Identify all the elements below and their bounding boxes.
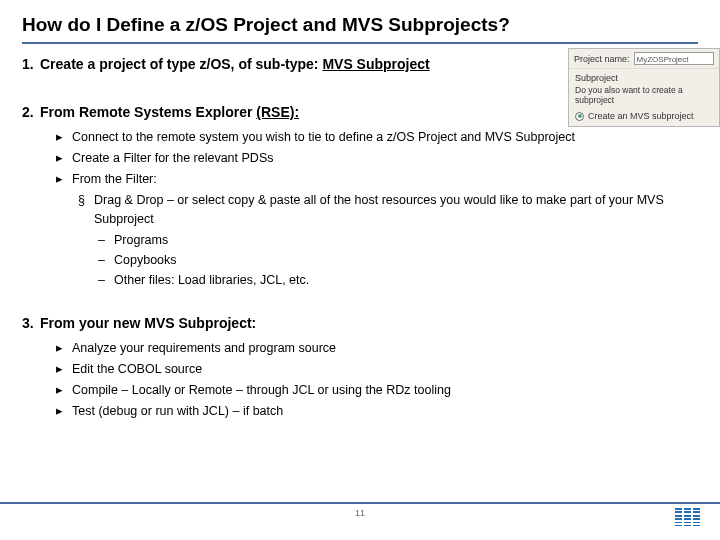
- triangle-icon: ▸: [56, 339, 72, 357]
- subproject-group-label: Subproject: [569, 69, 719, 85]
- create-mvs-radio[interactable]: Create an MVS subproject: [569, 109, 719, 126]
- create-mvs-radio-label: Create an MVS subproject: [588, 111, 694, 121]
- triangle-icon: ▸: [56, 128, 72, 146]
- project-name-label: Project name:: [574, 54, 630, 64]
- step-1-underline: MVS Subproject: [322, 56, 429, 72]
- step-2-sub-bullets: §Drag & Drop – or select copy & paste al…: [78, 191, 698, 227]
- step-3-number: 3.: [22, 315, 40, 331]
- triangle-icon: ▸: [56, 170, 72, 188]
- triangle-icon: ▸: [56, 149, 72, 167]
- step-2-text: From Remote Systems Explorer: [40, 104, 256, 120]
- list-item: –Copybooks: [98, 251, 698, 269]
- step-2-number: 2.: [22, 104, 40, 120]
- dialog-preview: Project name: MyZOSProject Subproject Do…: [568, 48, 720, 127]
- list-item: ▸Edit the COBOL source: [56, 360, 698, 378]
- step-3-bullets: ▸Analyze your requirements and program s…: [56, 339, 698, 421]
- step-3-text: From your new MVS Subproject:: [40, 315, 698, 331]
- step-2-bullets: ▸Connect to the remote system you wish t…: [56, 128, 698, 188]
- list-item: ▸From the Filter:: [56, 170, 698, 188]
- triangle-icon: ▸: [56, 360, 72, 378]
- radio-dot-icon: [575, 112, 584, 121]
- list-item: ▸Compile – Locally or Remote – through J…: [56, 381, 698, 399]
- step-1-text: Create a project of type z/OS, of sub-ty…: [40, 56, 322, 72]
- ibm-logo: [675, 508, 700, 526]
- triangle-icon: ▸: [56, 402, 72, 420]
- dash-icon: –: [98, 251, 114, 269]
- list-item: ▸Test (debug or run with JCL) – if batch: [56, 402, 698, 420]
- list-item: –Programs: [98, 231, 698, 249]
- list-item: –Other files: Load libraries, JCL, etc.: [98, 271, 698, 289]
- step-2-subsub-bullets: –Programs –Copybooks –Other files: Load …: [98, 231, 698, 289]
- list-item: ▸Connect to the remote system you wish t…: [56, 128, 698, 146]
- step-1-number: 1.: [22, 56, 40, 72]
- footer-divider: [0, 502, 720, 504]
- section-icon: §: [78, 191, 94, 227]
- triangle-icon: ▸: [56, 381, 72, 399]
- list-item: §Drag & Drop – or select copy & paste al…: [78, 191, 698, 227]
- subproject-prompt: Do you also want to create a subproject: [569, 85, 719, 109]
- dash-icon: –: [98, 271, 114, 289]
- project-name-input[interactable]: MyZOSProject: [634, 52, 714, 65]
- list-item: ▸Create a Filter for the relevant PDSs: [56, 149, 698, 167]
- dash-icon: –: [98, 231, 114, 249]
- page-number: 11: [355, 508, 365, 518]
- step-3: 3. From your new MVS Subproject:: [22, 315, 698, 331]
- slide-title: How do I Define a z/OS Project and MVS S…: [22, 14, 698, 44]
- step-2-underline: (RSE):: [256, 104, 299, 120]
- list-item: ▸Analyze your requirements and program s…: [56, 339, 698, 357]
